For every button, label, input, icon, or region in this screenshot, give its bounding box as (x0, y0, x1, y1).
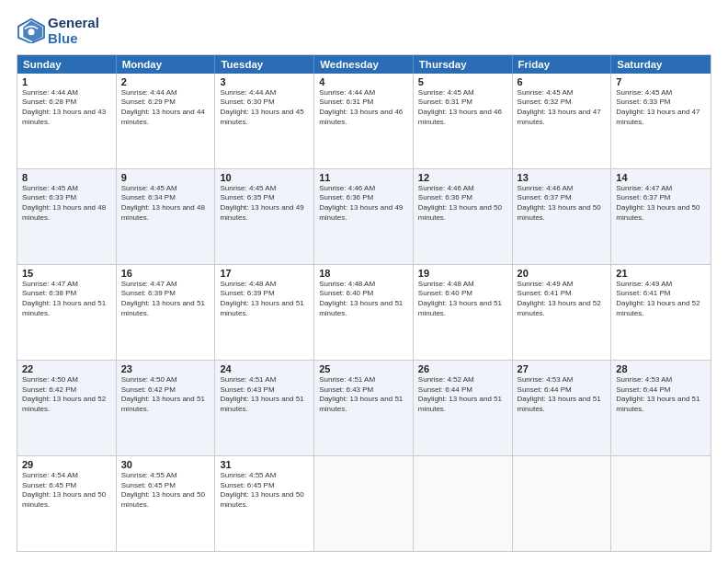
cell-info: Sunrise: 4:47 AMSunset: 6:37 PMDaylight:… (616, 184, 706, 224)
calendar: SundayMondayTuesdayWednesdayThursdayFrid… (17, 54, 711, 553)
calendar-cell: 30 Sunrise: 4:55 AMSunset: 6:45 PMDaylig… (117, 456, 216, 551)
cell-info: Sunrise: 4:47 AMSunset: 6:39 PMDaylight:… (121, 280, 210, 319)
calendar-cell: 7 Sunrise: 4:45 AMSunset: 6:33 PMDayligh… (611, 74, 711, 168)
calendar-header-cell: Friday (513, 55, 612, 74)
cell-info: Sunrise: 4:48 AMSunset: 6:40 PMDaylight:… (418, 280, 507, 319)
calendar-header-cell: Thursday (414, 55, 513, 74)
calendar-body: 1 Sunrise: 4:44 AMSunset: 6:28 PMDayligh… (17, 74, 711, 552)
calendar-header-cell: Saturday (611, 55, 711, 74)
calendar-cell: 8 Sunrise: 4:45 AMSunset: 6:33 PMDayligh… (17, 169, 117, 264)
cell-info: Sunrise: 4:44 AMSunset: 6:29 PMDaylight:… (121, 88, 210, 128)
day-number: 22 (22, 363, 111, 374)
day-number: 18 (319, 268, 408, 279)
logo-text: General Blue (48, 15, 99, 47)
day-number: 4 (319, 76, 408, 87)
calendar-header-cell: Tuesday (215, 55, 314, 74)
day-number: 5 (418, 76, 507, 87)
calendar-header-cell: Monday (117, 55, 216, 74)
day-number: 26 (418, 363, 507, 374)
cell-info: Sunrise: 4:52 AMSunset: 6:44 PMDaylight:… (418, 375, 507, 415)
calendar-cell (513, 456, 612, 551)
cell-info: Sunrise: 4:51 AMSunset: 6:43 PMDaylight:… (319, 375, 408, 415)
day-number: 17 (220, 268, 309, 279)
cell-info: Sunrise: 4:54 AMSunset: 6:45 PMDaylight:… (22, 471, 111, 511)
cell-info: Sunrise: 4:45 AMSunset: 6:35 PMDaylight:… (220, 184, 309, 224)
logo-icon (17, 17, 46, 43)
day-number: 2 (121, 76, 210, 87)
cell-info: Sunrise: 4:47 AMSunset: 6:38 PMDaylight:… (22, 280, 111, 319)
calendar-header: SundayMondayTuesdayWednesdayThursdayFrid… (17, 55, 711, 74)
cell-info: Sunrise: 4:48 AMSunset: 6:40 PMDaylight:… (319, 280, 408, 319)
day-number: 23 (121, 363, 210, 374)
cell-info: Sunrise: 4:45 AMSunset: 6:34 PMDaylight:… (121, 184, 210, 224)
calendar-cell: 13 Sunrise: 4:46 AMSunset: 6:37 PMDaylig… (513, 169, 612, 264)
calendar-row: 8 Sunrise: 4:45 AMSunset: 6:33 PMDayligh… (17, 168, 711, 264)
calendar-cell: 6 Sunrise: 4:45 AMSunset: 6:32 PMDayligh… (513, 74, 612, 168)
cell-info: Sunrise: 4:46 AMSunset: 6:37 PMDaylight:… (518, 184, 607, 224)
cell-info: Sunrise: 4:49 AMSunset: 6:41 PMDaylight:… (518, 280, 607, 319)
cell-info: Sunrise: 4:45 AMSunset: 6:33 PMDaylight:… (22, 184, 111, 224)
calendar-cell (314, 456, 414, 551)
calendar-cell: 31 Sunrise: 4:55 AMSunset: 6:45 PMDaylig… (215, 456, 314, 551)
day-number: 11 (319, 172, 408, 183)
calendar-cell: 28 Sunrise: 4:53 AMSunset: 6:44 PMDaylig… (611, 361, 711, 455)
cell-info: Sunrise: 4:55 AMSunset: 6:45 PMDaylight:… (121, 471, 210, 511)
day-number: 13 (518, 172, 607, 183)
cell-info: Sunrise: 4:51 AMSunset: 6:43 PMDaylight:… (220, 375, 309, 415)
calendar-cell: 1 Sunrise: 4:44 AMSunset: 6:28 PMDayligh… (17, 74, 117, 168)
calendar-cell: 15 Sunrise: 4:47 AMSunset: 6:38 PMDaylig… (17, 265, 117, 360)
day-number: 6 (518, 76, 607, 87)
calendar-row: 22 Sunrise: 4:50 AMSunset: 6:42 PMDaylig… (17, 360, 711, 455)
cell-info: Sunrise: 4:50 AMSunset: 6:42 PMDaylight:… (121, 375, 210, 415)
day-number: 21 (616, 268, 706, 279)
cell-info: Sunrise: 4:44 AMSunset: 6:28 PMDaylight:… (22, 88, 111, 128)
day-number: 14 (616, 172, 706, 183)
calendar-header-cell: Wednesday (314, 55, 414, 74)
calendar-cell (611, 456, 711, 551)
cell-info: Sunrise: 4:46 AMSunset: 6:36 PMDaylight:… (418, 184, 507, 224)
calendar-cell: 14 Sunrise: 4:47 AMSunset: 6:37 PMDaylig… (611, 169, 711, 264)
cell-info: Sunrise: 4:44 AMSunset: 6:31 PMDaylight:… (319, 88, 408, 128)
day-number: 30 (121, 459, 210, 470)
day-number: 31 (220, 459, 309, 470)
calendar-header-cell: Sunday (17, 55, 117, 74)
calendar-cell: 18 Sunrise: 4:48 AMSunset: 6:40 PMDaylig… (314, 265, 414, 360)
svg-point-0 (28, 29, 35, 36)
cell-info: Sunrise: 4:45 AMSunset: 6:32 PMDaylight:… (518, 88, 607, 128)
day-number: 19 (418, 268, 507, 279)
calendar-row: 15 Sunrise: 4:47 AMSunset: 6:38 PMDaylig… (17, 264, 711, 360)
day-number: 15 (22, 268, 111, 279)
cell-info: Sunrise: 4:48 AMSunset: 6:39 PMDaylight:… (220, 280, 309, 319)
cell-info: Sunrise: 4:45 AMSunset: 6:31 PMDaylight:… (418, 88, 507, 128)
calendar-cell: 9 Sunrise: 4:45 AMSunset: 6:34 PMDayligh… (117, 169, 216, 264)
calendar-cell: 3 Sunrise: 4:44 AMSunset: 6:30 PMDayligh… (215, 74, 314, 168)
calendar-cell: 25 Sunrise: 4:51 AMSunset: 6:43 PMDaylig… (314, 361, 414, 455)
day-number: 7 (616, 76, 706, 87)
calendar-cell: 12 Sunrise: 4:46 AMSunset: 6:36 PMDaylig… (414, 169, 513, 264)
calendar-cell: 26 Sunrise: 4:52 AMSunset: 6:44 PMDaylig… (414, 361, 513, 455)
calendar-cell: 5 Sunrise: 4:45 AMSunset: 6:31 PMDayligh… (414, 74, 513, 168)
calendar-cell: 10 Sunrise: 4:45 AMSunset: 6:35 PMDaylig… (215, 169, 314, 264)
day-number: 24 (220, 363, 309, 374)
calendar-cell: 27 Sunrise: 4:53 AMSunset: 6:44 PMDaylig… (513, 361, 612, 455)
cell-info: Sunrise: 4:49 AMSunset: 6:41 PMDaylight:… (616, 280, 706, 319)
day-number: 10 (220, 172, 309, 183)
calendar-cell: 24 Sunrise: 4:51 AMSunset: 6:43 PMDaylig… (215, 361, 314, 455)
cell-info: Sunrise: 4:46 AMSunset: 6:36 PMDaylight:… (319, 184, 408, 224)
day-number: 9 (121, 172, 210, 183)
page: General Blue SundayMondayTuesdayWednesda… (0, 0, 728, 563)
day-number: 27 (518, 363, 607, 374)
calendar-cell: 4 Sunrise: 4:44 AMSunset: 6:31 PMDayligh… (314, 74, 414, 168)
calendar-cell: 29 Sunrise: 4:54 AMSunset: 6:45 PMDaylig… (17, 456, 117, 551)
calendar-cell: 23 Sunrise: 4:50 AMSunset: 6:42 PMDaylig… (117, 361, 216, 455)
calendar-cell: 19 Sunrise: 4:48 AMSunset: 6:40 PMDaylig… (414, 265, 513, 360)
cell-info: Sunrise: 4:44 AMSunset: 6:30 PMDaylight:… (220, 88, 309, 128)
calendar-cell: 2 Sunrise: 4:44 AMSunset: 6:29 PMDayligh… (117, 74, 216, 168)
day-number: 3 (220, 76, 309, 87)
cell-info: Sunrise: 4:55 AMSunset: 6:45 PMDaylight:… (220, 471, 309, 511)
day-number: 29 (22, 459, 111, 470)
day-number: 25 (319, 363, 408, 374)
calendar-cell: 22 Sunrise: 4:50 AMSunset: 6:42 PMDaylig… (17, 361, 117, 455)
calendar-row: 29 Sunrise: 4:54 AMSunset: 6:45 PMDaylig… (17, 455, 711, 551)
cell-info: Sunrise: 4:53 AMSunset: 6:44 PMDaylight:… (518, 375, 607, 415)
